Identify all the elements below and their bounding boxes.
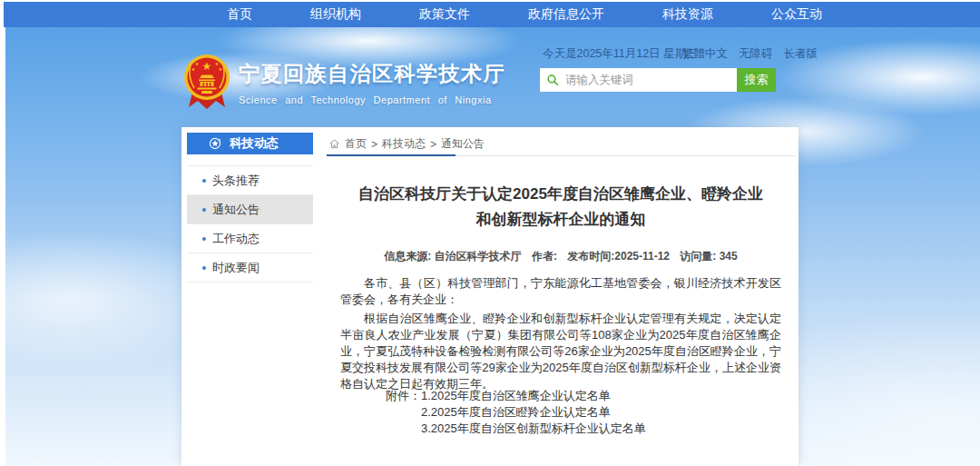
nav-item-public-interaction[interactable]: 公众互动 — [771, 6, 822, 23]
sidebar-header-tech-news[interactable]: 科技动态 — [187, 133, 313, 154]
nav-item-home[interactable]: 首页 — [227, 6, 252, 23]
star-circle-icon — [209, 137, 221, 150]
nav-item-gov-info[interactable]: 政府信息公开 — [528, 6, 604, 23]
sidebar-item-label: 工作动态 — [212, 231, 260, 247]
sidebar-item-work-news[interactable]: 工作动态 — [187, 224, 313, 253]
breadcrumb-home[interactable]: 首页 — [345, 136, 367, 152]
meta-author: 作者: — [532, 250, 557, 263]
attachment-link[interactable]: 2.2025年度自治区瞪羚企业认定名单 — [421, 404, 646, 421]
main-content: 首页 > 科技动态 > 通知公告 自治区科技厅关于认定2025年度自治区雏鹰企业… — [327, 127, 795, 466]
article-title-line2: 和创新型标杆企业的通知 — [327, 207, 795, 233]
sidebar-item-label: 头条推荐 — [212, 173, 260, 189]
attachment-link[interactable]: 3.2025年度自治区创新型标杆企业认定名单 — [421, 421, 646, 437]
attachments-list: 1.2025年度自治区雏鹰企业认定名单 2.2025年度自治区瞪羚企业认定名单 … — [421, 388, 646, 437]
nav-item-policy[interactable]: 政策文件 — [419, 6, 470, 23]
sidebar: 科技动态 头条推荐 通知公告 工作动态 时政要闻 — [187, 133, 313, 283]
svg-text:★: ★ — [195, 61, 200, 66]
sidebar-title: 科技动态 — [230, 135, 279, 152]
sidebar-item-label: 时政要闻 — [212, 260, 260, 276]
article-paragraph: 根据自治区雏鹰企业、瞪羚企业和创新型标杆企业认定管理有关规定，决定认定半亩良人农… — [340, 311, 781, 392]
breadcrumb-separator: > — [430, 138, 436, 151]
bullet-dot-icon — [202, 237, 206, 241]
article-meta: 信息来源: 自治区科学技术厅 作者: 发布时间:2025-11-12 访问量: … — [327, 249, 795, 264]
svg-text:★: ★ — [202, 60, 212, 73]
sidebar-item-current-politics[interactable]: 时政要闻 — [187, 253, 313, 283]
search-input-wrap — [540, 68, 737, 92]
today-date: 今天是2025年11月12日 星期三 — [543, 46, 698, 62]
attachment-link[interactable]: 1.2025年度自治区雏鹰企业认定名单 — [421, 388, 646, 404]
article-body: 各市、县（区）科技管理部门，宁东能源化工基地管委会，银川经济技术开发区管委会，各… — [340, 275, 781, 392]
top-nav: 首页 组织机构 政策文件 政府信息公开 科技资源 公众互动 — [4, 2, 980, 27]
article-title: 自治区科技厅关于认定2025年度自治区雏鹰企业、瞪羚企业 和创新型标杆企业的通知 — [327, 182, 795, 233]
bullet-dot-icon — [202, 266, 206, 270]
article-title-line1: 自治区科技厅关于认定2025年度自治区雏鹰企业、瞪羚企业 — [327, 182, 795, 207]
meta-views: 访问量: 345 — [680, 250, 737, 263]
sidebar-item-headlines[interactable]: 头条推荐 — [187, 165, 313, 195]
home-icon — [328, 138, 340, 150]
search-input[interactable] — [540, 68, 737, 92]
nav-item-tech-resources[interactable]: 科技资源 — [662, 6, 713, 23]
sidebar-menu: 头条推荐 通知公告 工作动态 时政要闻 — [187, 165, 313, 283]
site-subtitle: Science and Technology Department of Nin… — [239, 94, 505, 105]
breadcrumb-notices[interactable]: 通知公告 — [441, 136, 485, 152]
attachments-label: 附件： — [386, 388, 421, 437]
site-title-block[interactable]: 宁夏回族自治区科学技术厅 Science and Technology Depa… — [239, 60, 505, 105]
site-title: 宁夏回族自治区科学技术厅 — [239, 60, 505, 88]
national-emblem-logo[interactable]: ★ ★ ★ ★ ★ — [183, 53, 230, 113]
breadcrumb: 首页 > 科技动态 > 通知公告 — [328, 136, 485, 152]
nav-item-organization[interactable]: 组织机构 — [310, 6, 361, 23]
breadcrumb-tech-news[interactable]: 科技动态 — [382, 136, 426, 152]
search-button[interactable]: 搜索 — [737, 68, 776, 92]
content-panel: 科技动态 头条推荐 通知公告 工作动态 时政要闻 — [181, 127, 799, 466]
article-paragraph: 各市、县（区）科技管理部门，宁东能源化工基地管委会，银川经济技术开发区管委会，各… — [340, 275, 781, 308]
meta-publish-time: 发布时间:2025-11-12 — [567, 250, 670, 263]
breadcrumb-separator: > — [371, 138, 377, 151]
bullet-dot-icon — [202, 208, 206, 212]
emblem-icon: ★ ★ ★ ★ ★ — [183, 53, 230, 113]
bullet-dot-icon — [202, 179, 206, 183]
attachments-block: 附件： 1.2025年度自治区雏鹰企业认定名单 2.2025年度自治区瞪羚企业认… — [386, 388, 646, 437]
sidebar-item-notices[interactable]: 通知公告 — [187, 195, 313, 224]
link-traditional-chinese[interactable]: 繁體中文 — [682, 46, 728, 62]
sidebar-item-label: 通知公告 — [212, 202, 260, 218]
link-accessibility[interactable]: 无障碍 — [739, 46, 773, 62]
meta-source: 信息来源: 自治区科学技术厅 — [384, 250, 521, 263]
svg-text:★: ★ — [219, 66, 223, 72]
svg-text:★: ★ — [191, 66, 196, 72]
search-bar: 搜索 — [540, 68, 776, 92]
breadcrumb-divider-accent — [327, 154, 456, 156]
quick-links: 繁體中文 无障碍 长者版 — [682, 46, 818, 62]
link-elder-version[interactable]: 长者版 — [784, 46, 818, 62]
